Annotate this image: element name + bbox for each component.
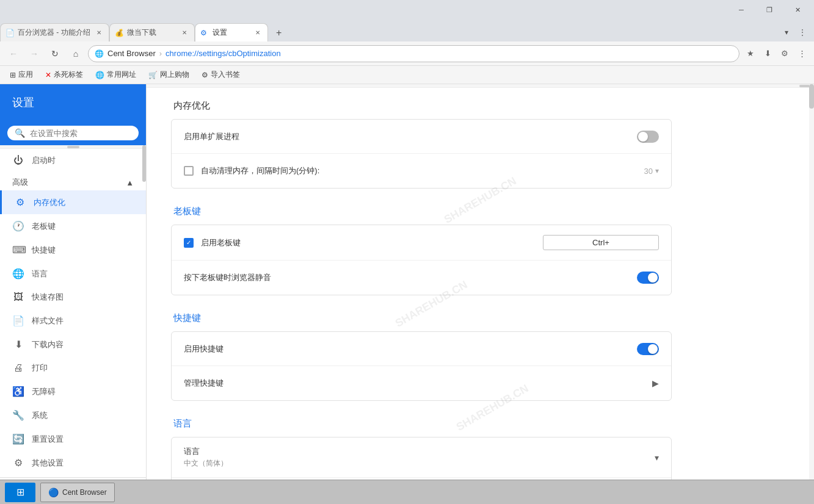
tab-favicon-settings: ⚙ [200,29,209,37]
boss-card: ✓ 启用老板键 按下老板键时浏览器静音 [171,225,672,295]
shortcut-enable-label: 启用快捷键 [184,344,637,355]
startup-icon: ⏻ [12,155,24,166]
sidebar-advanced-section: 高级 ▲ [0,172,146,190]
settings-search-box[interactable]: 🔍 [7,126,139,140]
download-button[interactable]: ⬇ [760,46,775,61]
sidebar-item-accessibility[interactable]: ♿ 无障碍 [0,380,146,403]
refresh-button[interactable]: ↻ [46,45,64,62]
auto-clear-dropdown-arrow[interactable]: ▾ [655,167,659,175]
bookmark-star-button[interactable]: ★ [743,46,758,61]
content-scrollbar[interactable] [809,84,814,504]
sidebar-language-label: 语言 [32,268,48,279]
download-icon: ⬇ [12,339,24,350]
sidebar-item-bosskey[interactable]: 🕐 老板键 [0,214,146,238]
section-memory-title: 内存优化 [171,100,672,112]
language-row[interactable]: 语言 中文（简体） ▾ [172,437,671,478]
tab-bar-settings[interactable]: ⋮ [796,26,809,39]
tab-features[interactable]: 📄 百分浏览器 - 功能介绍 ✕ [0,23,109,41]
sidebar-item-print[interactable]: 🖨 打印 [0,356,146,380]
close-button[interactable]: ✕ [783,0,812,20]
sidebar-item-language[interactable]: 🌐 语言 [0,262,146,286]
sites-icon: 🌐 [95,71,104,79]
settings-button[interactable]: ⚙ [777,46,792,61]
lock-icon: 🌐 [95,49,104,58]
boss-mute-toggle[interactable] [637,272,659,284]
sidebar-reset-label: 重置设置 [32,434,64,445]
settings-search-input[interactable] [30,129,131,138]
shortcut-manage-row[interactable]: 管理快捷键 ▶ [172,366,671,400]
bookmark-apps[interactable]: ⊞ 应用 [5,68,38,81]
sidebar-item-quicksave[interactable]: 🖼 快速存图 [0,286,146,309]
tab-favicon-download: 💰 [115,29,123,37]
sidebar-item-style[interactable]: 📄 样式文件 [0,309,146,333]
sidebar-item-reset[interactable]: 🔄 重置设置 [0,427,146,451]
sidebar-memory-label: 内存优化 [34,197,65,208]
sidebar-style-label: 样式文件 [32,315,64,326]
home-button[interactable]: ⌂ [67,45,84,62]
sidebar-other-label: 其他设置 [32,458,64,469]
hotkey-input[interactable] [543,235,659,250]
bookmark-sites-label: 常用网址 [107,70,136,80]
boss-mute-row: 按下老板键时浏览器静音 [172,261,671,295]
single-extension-thumb [638,132,648,142]
bookmark-apps-label: 应用 [18,70,33,80]
print-icon: 🖨 [12,362,24,373]
main-content: 设置 🔍 ⏻ 启动时 高级 ▲ ⚙ 内存优化 🕐 [0,84,814,504]
address-right: ★ ⬇ ⚙ ⋮ [743,46,809,61]
advanced-collapse-icon[interactable]: ▲ [126,178,134,187]
shortcut-card: 启用快捷键 管理快捷键 ▶ [171,331,672,401]
shortcut-enable-row: 启用快捷键 [172,332,671,366]
bookmark-import[interactable]: ⚙ 导入书签 [197,68,245,81]
sidebar-startup-label: 启动时 [32,155,56,166]
tab-close-download[interactable]: ✕ [180,28,189,38]
back-button[interactable]: ← [5,45,22,62]
auto-clear-value: 30 [634,167,653,176]
shortcut-manage-label: 管理快捷键 [184,378,652,389]
sidebar-divider [0,477,146,478]
killtab-icon: ✕ [45,71,51,79]
bookmark-killtab[interactable]: ✕ 杀死标签 [40,68,88,81]
system-icon: 🔧 [12,409,24,421]
more-button[interactable]: ⋮ [794,46,809,61]
other-icon: ⚙ [12,457,24,469]
memory-icon: ⚙ [14,196,26,208]
sidebar: 设置 🔍 ⏻ 启动时 高级 ▲ ⚙ 内存优化 🕐 [0,84,147,504]
boss-enable-row: ✓ 启用老板键 [172,225,671,261]
tab-close-settings[interactable]: ✕ [253,28,263,38]
sidebar-item-system[interactable]: 🔧 系统 [0,403,146,427]
sidebar-item-startup[interactable]: ⏻ 启动时 [0,149,146,172]
section-memory: 内存优化 启用单扩展进程 自动清理内存，间隔时间为(分钟): [171,100,672,189]
sidebar-item-shortcut[interactable]: ⌨ 快捷键 [0,238,146,262]
new-tab-button[interactable]: + [271,24,288,41]
auto-clear-checkbox[interactable] [184,166,194,176]
restore-button[interactable]: ❐ [755,0,783,20]
tab-close-features[interactable]: ✕ [94,28,104,38]
sidebar-quicksave-label: 快速存图 [32,292,64,303]
address-box[interactable]: 🌐 Cent Browser › chrome://settings/cbOpt… [88,45,740,62]
apps-icon: ⊞ [10,71,16,79]
start-button[interactable]: ⊞ [5,483,35,502]
taskbar-centbrowser[interactable]: 🔵 Cent Browser [40,483,115,502]
minimize-button[interactable]: ─ [727,0,755,20]
tab-download[interactable]: 💰 微当下载 ✕ [109,23,195,41]
tab-bar-right: ▾ ⋮ [780,26,814,41]
shortcut-enable-toggle[interactable] [637,343,659,355]
sidebar-accessibility-label: 无障碍 [32,386,56,397]
single-extension-row: 启用单扩展进程 [172,120,671,154]
tab-list-button[interactable]: ▾ [780,26,793,39]
tab-settings[interactable]: ⚙ 设置 ✕ [195,23,268,41]
forward-button[interactable]: → [26,45,43,62]
sidebar-item-memory[interactable]: ⚙ 内存优化 [0,190,146,214]
bookmark-sites[interactable]: 🌐 常用网址 [90,68,141,81]
single-extension-toggle[interactable] [637,131,659,143]
sidebar-shortcut-label: 快捷键 [32,245,56,256]
sidebar-header: 设置 [0,84,146,121]
sidebar-item-download[interactable]: ⬇ 下载内容 [0,333,146,356]
bookmark-shopping[interactable]: 🛒 网上购物 [144,68,194,81]
sidebar-item-other[interactable]: ⚙ 其他设置 [0,451,146,475]
sidebar-scrollbar[interactable] [142,84,146,504]
address-path: chrome://settings/cbOptimization [165,49,281,58]
boss-enable-checkbox[interactable]: ✓ [184,238,194,248]
sidebar-system-label: 系统 [32,410,48,421]
content-inner: 内存优化 启用单扩展进程 自动清理内存，间隔时间为(分钟): [147,88,696,504]
